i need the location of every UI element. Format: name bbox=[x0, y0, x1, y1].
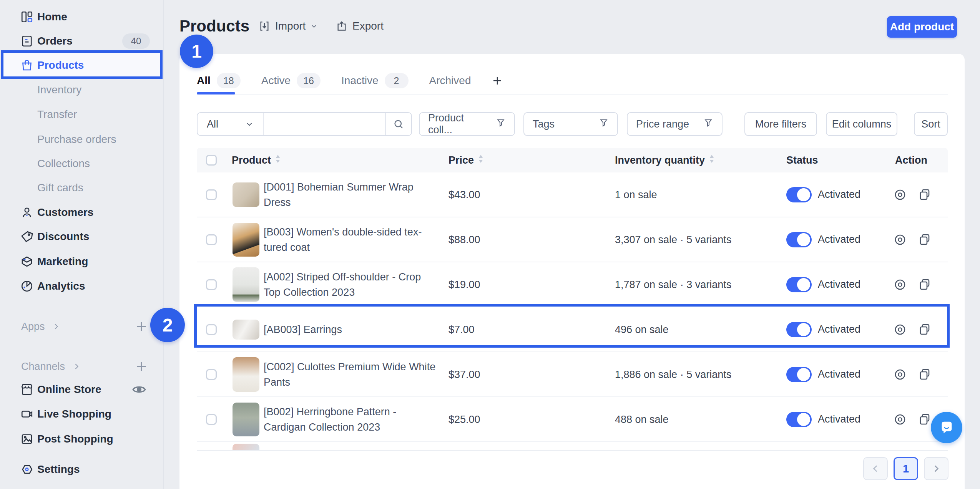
add-product-button[interactable]: Add product bbox=[887, 16, 957, 38]
sort-arrows-icon[interactable] bbox=[709, 154, 715, 167]
product-name[interactable]: [D001] Bohemian Summer Wrap Dress bbox=[264, 179, 448, 210]
sort-button[interactable]: Sort bbox=[914, 112, 948, 136]
row-actions bbox=[893, 367, 932, 382]
row-checkbox[interactable] bbox=[206, 414, 217, 425]
sidebar-section-apps[interactable]: Apps bbox=[0, 315, 164, 338]
sidebar-section-channels[interactable]: Channels bbox=[0, 355, 164, 378]
row-checkbox[interactable] bbox=[206, 324, 217, 335]
more-filters-button[interactable]: More filters bbox=[744, 112, 817, 136]
status-toggle[interactable] bbox=[786, 232, 812, 247]
status-toggle[interactable] bbox=[786, 412, 812, 427]
chevron-right-icon bbox=[52, 322, 60, 331]
sidebar-item-post-shopping[interactable]: Post Shopping bbox=[0, 427, 164, 451]
product-name[interactable]: [A002] Striped Off-shoulder - Crop Top C… bbox=[264, 269, 448, 300]
sidebar-item-live-shopping[interactable]: Live Shopping bbox=[0, 402, 164, 426]
sidebar-item-collections[interactable]: Collections bbox=[0, 152, 164, 176]
preview-eye-icon[interactable] bbox=[893, 187, 907, 202]
row-checkbox[interactable] bbox=[206, 369, 217, 380]
export-button[interactable]: Export bbox=[336, 20, 384, 32]
page-1-button[interactable]: 1 bbox=[894, 457, 918, 480]
tags-filter[interactable]: Tags bbox=[523, 112, 618, 136]
sidebar-item-home[interactable]: Home bbox=[0, 5, 164, 29]
sidebar-item-inventory[interactable]: Inventory bbox=[0, 78, 164, 102]
product-collection-filter[interactable]: Product coll... bbox=[419, 112, 515, 136]
chat-widget-button[interactable] bbox=[931, 412, 962, 443]
settings-gear-icon bbox=[20, 462, 34, 476]
duplicate-copy-icon[interactable] bbox=[917, 187, 932, 202]
sidebar-item-label: Online Store bbox=[37, 383, 101, 396]
sidebar-item-label: Collections bbox=[37, 157, 90, 170]
sidebar-item-products[interactable]: Products bbox=[0, 53, 164, 77]
sidebar-item-transfer[interactable]: Transfer bbox=[0, 103, 164, 126]
column-header-inventory[interactable]: Inventory quantity bbox=[615, 154, 715, 167]
product-name[interactable]: [C002] Culottes Premium Wide White Pants bbox=[264, 359, 448, 390]
next-page-button[interactable] bbox=[924, 457, 948, 480]
add-channel-button[interactable] bbox=[135, 360, 148, 373]
sort-arrows-icon[interactable] bbox=[275, 154, 281, 167]
sidebar-item-analytics[interactable]: Analytics bbox=[0, 274, 164, 298]
products-table: Product Price Inventory quantity bbox=[197, 148, 948, 451]
duplicate-copy-icon[interactable] bbox=[917, 412, 932, 427]
tab-active[interactable]: Active 16 bbox=[261, 73, 321, 88]
search-submit-button[interactable] bbox=[385, 113, 411, 135]
sidebar-item-label: Products bbox=[37, 59, 84, 71]
table-row: [A002] Striped Off-shoulder - Crop Top C… bbox=[197, 262, 948, 307]
add-tab-button[interactable] bbox=[492, 75, 503, 86]
preview-eye-icon[interactable] bbox=[893, 232, 907, 247]
product-name[interactable]: [B002] Herringbone Pattern - Cardigan Co… bbox=[264, 404, 448, 435]
duplicate-copy-icon[interactable] bbox=[917, 277, 932, 292]
orders-icon bbox=[20, 34, 34, 48]
duplicate-copy-icon[interactable] bbox=[917, 232, 932, 247]
column-header-product[interactable]: Product bbox=[232, 154, 281, 167]
preview-eye-icon[interactable] bbox=[893, 277, 907, 292]
sidebar-item-customers[interactable]: Customers bbox=[0, 201, 164, 224]
import-button[interactable]: Import bbox=[258, 20, 318, 32]
tab-inactive[interactable]: Inactive 2 bbox=[341, 73, 409, 88]
row-checkbox[interactable] bbox=[206, 189, 217, 200]
status-toggle[interactable] bbox=[786, 187, 812, 202]
sidebar-item-discounts[interactable]: Discounts bbox=[0, 225, 164, 249]
visibility-eye-icon[interactable] bbox=[131, 382, 147, 397]
row-actions bbox=[893, 187, 932, 202]
add-app-button[interactable] bbox=[135, 320, 148, 333]
tab-archived[interactable]: Archived bbox=[429, 75, 471, 87]
price-range-filter[interactable]: Price range bbox=[627, 112, 723, 136]
search-icon bbox=[393, 118, 404, 130]
status-tabs: All 18 Active 16 Inactive 2 Archived bbox=[197, 68, 948, 94]
duplicate-copy-icon[interactable] bbox=[917, 322, 932, 337]
product-price: $88.00 bbox=[448, 234, 480, 245]
preview-eye-icon[interactable] bbox=[893, 412, 907, 427]
previous-page-button[interactable] bbox=[863, 457, 888, 480]
status-toggle[interactable] bbox=[786, 277, 812, 292]
product-status: Activated bbox=[786, 187, 860, 202]
product-name[interactable]: [B003] Women's double-sided tex- tured c… bbox=[264, 224, 448, 255]
preview-eye-icon[interactable] bbox=[893, 322, 907, 337]
funnel-icon bbox=[703, 118, 713, 131]
edit-columns-button[interactable]: Edit columns bbox=[826, 112, 897, 136]
sidebar-item-gift-cards[interactable]: Gift cards bbox=[0, 176, 164, 200]
sort-arrows-icon[interactable] bbox=[478, 154, 484, 167]
column-header-price[interactable]: Price bbox=[448, 154, 484, 167]
duplicate-copy-icon[interactable] bbox=[917, 367, 932, 382]
search-scope-select[interactable]: All bbox=[198, 113, 264, 135]
chevron-right-icon bbox=[72, 362, 81, 371]
status-toggle[interactable] bbox=[786, 322, 812, 337]
row-checkbox[interactable] bbox=[206, 279, 217, 290]
table-row-earrings: [AB003] Earrings $7.00 496 on sale Activ… bbox=[197, 307, 948, 352]
sidebar-item-online-store[interactable]: Online Store bbox=[0, 378, 164, 401]
product-thumbnail bbox=[233, 357, 259, 392]
tab-all[interactable]: All 18 bbox=[197, 73, 241, 88]
sidebar-item-marketing[interactable]: Marketing bbox=[0, 250, 164, 274]
row-checkbox[interactable] bbox=[206, 234, 217, 245]
tab-count-badge: 2 bbox=[385, 73, 409, 88]
status-toggle[interactable] bbox=[786, 367, 812, 382]
search-input[interactable] bbox=[264, 113, 385, 135]
sidebar-item-purchase-orders[interactable]: Purchase orders bbox=[0, 128, 164, 151]
product-inventory: 3,307 on sale · 5 variants bbox=[615, 234, 731, 245]
sidebar-item-settings[interactable]: Settings bbox=[0, 458, 164, 481]
table-row-partial bbox=[197, 442, 948, 451]
select-all-checkbox[interactable] bbox=[206, 155, 217, 166]
sidebar-item-orders[interactable]: Orders 40 bbox=[0, 29, 164, 53]
preview-eye-icon[interactable] bbox=[893, 367, 907, 382]
product-name[interactable]: [AB003] Earrings bbox=[264, 322, 448, 337]
